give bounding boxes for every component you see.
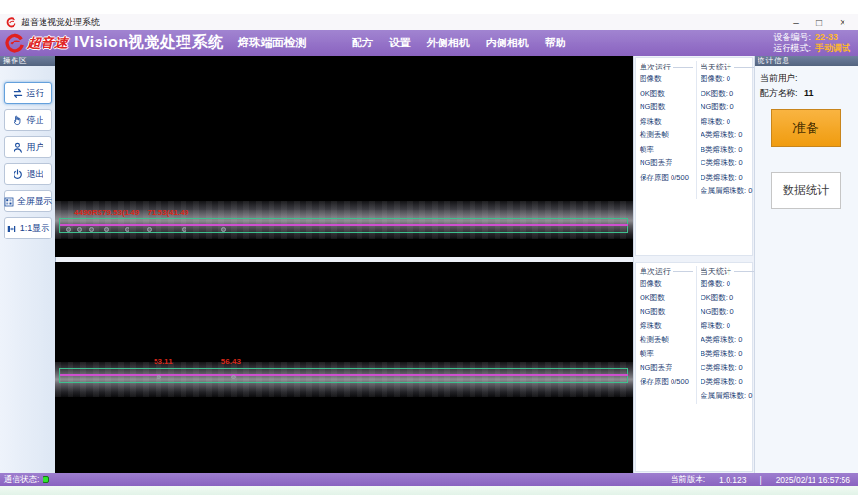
prepare-button[interactable]: 准备 (771, 109, 841, 147)
stat-row: OK图数: 0 (701, 87, 757, 101)
bead-mark (221, 227, 226, 232)
status-bar: 通信状态: 当前版本: 1.0.123 | 2025/02/11 16:57:5… (0, 473, 858, 486)
stat-row: B类熔珠数: 0 (701, 143, 757, 157)
device-info: 设备编号: 22-33 运行模式: 手动调试 (773, 32, 850, 54)
menu-item-recipe[interactable]: 配方 (352, 36, 373, 50)
menu-item-help[interactable]: 帮助 (545, 36, 566, 50)
bead-mark (104, 227, 109, 232)
centerline-overlay (60, 224, 628, 226)
app-title: IVision视觉处理系统 (74, 33, 224, 53)
bead-mark (125, 227, 129, 232)
camera-view-outer[interactable]: 4490RS79.53(1.49 71.53(41.49 (55, 56, 633, 257)
stat-row: 熔珠数 (640, 320, 693, 334)
stat-row: A类熔珠数: 0 (701, 333, 757, 348)
stat-row: OK图数 (640, 292, 693, 306)
one-to-one-button[interactable]: 1:1显示 (4, 217, 52, 239)
stop-hand-icon (12, 114, 24, 126)
fullscreen-button-label: 全屏显示 (17, 195, 52, 208)
stat-row: 检测丢帧 (640, 128, 693, 143)
run-mode-label: 运行模式: (773, 43, 811, 55)
stat-row: 熔珠数: 0 (701, 320, 757, 334)
stats-panel-inner: 单次运行 图像数 OK图数 NG图数 熔珠数 检测丢帧 帧率 NG图丢弃 保存原… (635, 262, 753, 472)
today-stats-group: 当天统计 图像数: 0 OK图数: 0 NG图数: 0 熔珠数: 0 A类熔珠数… (696, 61, 757, 199)
operation-buttons: 运行 停止 用户 退出 (0, 82, 55, 239)
annotation-left: 53.11 (154, 357, 173, 366)
recipe-name-value: 11 (804, 88, 814, 98)
bead-mark (231, 375, 236, 379)
device-number-label: 设备编号: (773, 32, 811, 43)
stat-row: B类熔珠数: 0 (701, 348, 757, 362)
stat-row: NG图数 (640, 100, 693, 115)
exit-button-label: 退出 (27, 168, 44, 181)
statistics-info-panel: 统计信息 当前用户: 配方名称: 11 准备 数据统计 (754, 56, 858, 473)
stat-row: 帧率 (640, 143, 693, 157)
minimize-button[interactable]: – (785, 15, 808, 31)
single-run-title: 单次运行 (640, 266, 693, 277)
main-area: 操作区 运行 停止 用户 (0, 56, 858, 473)
stat-row: 图像数: 0 (701, 72, 757, 87)
current-user-label: 当前用户: (760, 73, 798, 83)
run-mode-value: 手动调试 (815, 43, 850, 55)
user-button[interactable]: 用户 (4, 136, 52, 158)
stat-row: A类熔珠数: 0 (701, 128, 757, 143)
stat-row: NG图数: 0 (701, 100, 757, 115)
single-run-group: 单次运行 图像数 OK图数 NG图数 熔珠数 检测丢帧 帧率 NG图丢弃 保存原… (640, 61, 693, 184)
fullscreen-grid-icon (3, 196, 14, 208)
statistics-area: 单次运行 图像数 OK图数 NG图数 熔珠数 检测丢帧 帧率 NG图丢弃 保存原… (633, 56, 754, 473)
single-run-group: 单次运行 图像数 OK图数 NG图数 熔珠数 检测丢帧 帧率 NG图丢弃 保存原… (640, 266, 693, 389)
today-stats-group: 当天统计 图像数: 0 OK图数: 0 NG图数: 0 熔珠数: 0 A类熔珠数… (696, 266, 757, 404)
app-logo-icon (6, 17, 16, 28)
status-bar-right: 当前版本: 1.0.123 | 2025/02/11 16:57:56 (671, 474, 850, 486)
bead-mark (157, 375, 161, 379)
stat-row: OK图数: 0 (701, 292, 757, 306)
current-user-row: 当前用户: (760, 71, 858, 86)
recipe-name-label: 配方名称: (760, 88, 798, 98)
image-display-area: 4490RS79.53(1.49 71.53(41.49 53.11 56.43 (55, 56, 633, 473)
stop-button[interactable]: 停止 (4, 109, 52, 131)
bead-mark (182, 227, 186, 232)
stat-row: 图像数: 0 (701, 277, 757, 292)
maximize-button[interactable]: □ (808, 15, 831, 31)
bead-mark (89, 227, 94, 232)
stat-row: NG图数 (640, 305, 693, 320)
comm-status: 通信状态: (4, 474, 49, 486)
version-value: 1.0.123 (719, 475, 746, 485)
single-run-title: 单次运行 (640, 61, 693, 72)
run-button[interactable]: 运行 (4, 82, 52, 104)
exit-button[interactable]: 退出 (4, 163, 52, 185)
measurement-annotation: 4490RS79.53(1.49 71.53(41.49 (74, 209, 188, 217)
stat-row: D类熔珠数: 0 (701, 376, 757, 390)
camera-view-inner[interactable]: 53.11 56.43 (55, 262, 633, 473)
window-titlebar: 超音速视觉处理系统 – □ × (0, 14, 858, 31)
menu-item-outer-camera[interactable]: 外侧相机 (427, 36, 470, 50)
data-statistics-button[interactable]: 数据统计 (771, 172, 841, 209)
comm-status-green-indicator (43, 476, 49, 483)
menu-item-inner-camera[interactable]: 内侧相机 (486, 36, 529, 50)
bead-mark (77, 227, 82, 232)
bottom-edge-strip (0, 486, 858, 495)
user-icon (12, 141, 24, 154)
menu-item-settings[interactable]: 设置 (389, 36, 411, 50)
user-button-label: 用户 (27, 141, 44, 154)
stat-row: 图像数 (640, 277, 693, 292)
one-to-one-icon (6, 223, 17, 235)
stat-row: 保存原图 0/500 (640, 171, 693, 185)
bead-mark (147, 227, 152, 232)
stat-row: D类熔珠数: 0 (701, 171, 757, 185)
stat-row: NG图丢弃 (640, 361, 693, 376)
info-panel-title: 统计信息 (755, 56, 858, 66)
annotation-right: 56.43 (221, 357, 241, 366)
status-separator: | (759, 475, 761, 485)
close-button[interactable]: × (831, 15, 854, 31)
window-controls: – □ × (785, 15, 854, 31)
stat-row: 保存原图 0/500 (640, 376, 693, 390)
fullscreen-button[interactable]: 全屏显示 (4, 190, 52, 212)
one-to-one-button-label: 1:1显示 (20, 222, 50, 235)
info-rows: 当前用户: 配方名称: 11 (755, 66, 858, 100)
menu-bar: 配方 设置 外侧相机 内侧相机 帮助 (352, 36, 566, 50)
annotation-left: 4490RS79.53(1.49 (74, 209, 139, 217)
run-button-label: 运行 (27, 87, 44, 99)
stat-row: 熔珠数: 0 (701, 115, 757, 129)
run-cycle-icon (12, 87, 24, 99)
stat-row: 图像数 (640, 72, 693, 87)
